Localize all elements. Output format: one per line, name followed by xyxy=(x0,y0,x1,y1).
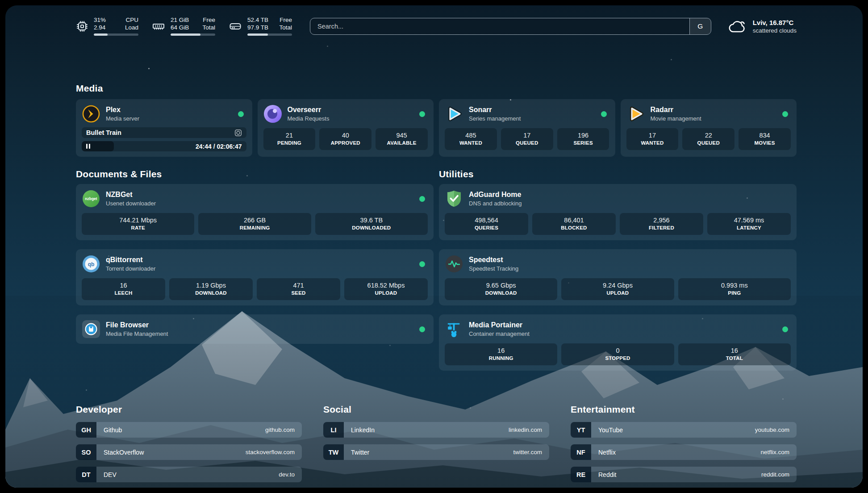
stat-download: 1.19 GbpsDOWNLOAD xyxy=(169,278,253,300)
stat-total: 16TOTAL xyxy=(678,343,791,365)
qbittorrent-titles: qBittorrent Torrent downloader xyxy=(106,255,155,272)
service-name: AdGuard Home xyxy=(469,190,522,199)
bookmark-reddit[interactable]: RE Redditreddit.com xyxy=(571,467,797,482)
card-filebrowser[interactable]: File Browser Media File Management xyxy=(76,314,434,344)
sonarr-stats: 485WANTED 17QUEUED 196SERIES xyxy=(445,128,609,150)
speedtest-icon xyxy=(445,255,463,273)
now-playing-title: Bullet Train xyxy=(86,129,121,136)
google-search-button[interactable]: G xyxy=(689,18,711,34)
bookmark-url: github.com xyxy=(265,426,295,433)
overseerr-stats: 21PENDING 40APPROVED 945AVAILABLE xyxy=(263,128,428,150)
pause-button[interactable] xyxy=(86,144,90,149)
service-desc: Container management xyxy=(469,330,530,338)
memory-free-label: Free xyxy=(203,17,215,24)
disk-total-label: Total xyxy=(279,24,292,32)
card-radarr[interactable]: Radarr Movie management 17WANTED 22QUEUE… xyxy=(621,99,797,157)
dashboard-window: 31%CPU 2.94Load 21 GiBFree xyxy=(0,0,868,493)
bookmark-abbr: GH xyxy=(76,422,96,438)
filebrowser-header: File Browser Media File Management xyxy=(82,320,428,338)
stat-downloaded: 39.6 TBDOWNLOADED xyxy=(315,213,428,235)
search-box: G xyxy=(310,18,711,35)
card-plex[interactable]: Plex Media server Bullet Train xyxy=(76,99,252,157)
bookmark-twitter[interactable]: TW Twittertwitter.com xyxy=(323,444,549,460)
overseerr-titles: Overseerr Media Requests xyxy=(288,105,330,122)
memory-total-label: Total xyxy=(202,24,215,32)
disk-stat-text: 52.4 TBFree 97.9 TBTotal xyxy=(247,17,292,36)
bookmark-abbr: NF xyxy=(571,444,591,460)
status-dot-online xyxy=(419,111,425,117)
disk-free-value: 52.4 TB xyxy=(247,17,268,24)
service-name: NZBGet xyxy=(106,190,156,199)
stat-pending: 21PENDING xyxy=(263,128,316,150)
card-nzbget[interactable]: nzbget NZBGet Usenet downloader 744.21 M… xyxy=(76,184,434,240)
bookmarks-social-title: Social xyxy=(323,403,549,416)
cpu-icon xyxy=(76,20,88,33)
search-input[interactable] xyxy=(310,18,689,34)
service-name: Sonarr xyxy=(469,105,521,114)
bookmarks-entertainment: Entertainment YT YouTubeyoutube.com NF N… xyxy=(571,403,797,488)
stat-blocked: 86,401BLOCKED xyxy=(532,213,616,235)
system-stats: 31%CPU 2.94Load 21 GiBFree xyxy=(76,17,292,36)
service-desc: DNS and adblocking xyxy=(469,200,522,207)
bookmarks-social: Social LI LinkedInlinkedin.com TW Twitte… xyxy=(323,403,549,488)
dashboard-content: 31%CPU 2.94Load 21 GiBFree xyxy=(5,5,863,488)
memory-icon xyxy=(152,20,165,33)
section-utilities: Utilities Ad xyxy=(439,168,797,371)
stat-queries: 498,564QUERIES xyxy=(445,213,528,235)
card-speedtest[interactable]: Speedtest Speedtest Tracking 9.65 GbpsDO… xyxy=(439,249,797,305)
stat-running: 16RUNNING xyxy=(445,343,557,365)
stat-movies: 834MOVIES xyxy=(739,128,791,150)
sonarr-icon xyxy=(445,104,463,123)
stat-seed: 471SEED xyxy=(257,278,340,300)
bookmark-linkedin[interactable]: LI LinkedInlinkedin.com xyxy=(323,422,549,438)
service-name: Media Portainer xyxy=(469,321,530,330)
section-utilities-title: Utilities xyxy=(439,168,797,180)
bookmark-youtube[interactable]: YT YouTubeyoutube.com xyxy=(571,422,797,438)
stat-latency: 47.569 msLATENCY xyxy=(707,213,791,235)
memory-stat-text: 21 GiBFree 64 GiBTotal xyxy=(171,17,215,36)
speedtest-header: Speedtest Speedtest Tracking xyxy=(445,255,791,273)
disk-free-label: Free xyxy=(280,17,292,24)
service-name: Speedtest xyxy=(469,255,518,264)
card-qbittorrent[interactable]: qb qBittorrent Torrent downloader 16LEEC… xyxy=(76,249,434,305)
radarr-icon xyxy=(626,104,645,123)
stat-leech: 16LEECH xyxy=(82,278,165,300)
mid-section: Documents & Files nzbget xyxy=(76,168,797,371)
cpu-stat-text: 31%CPU 2.94Load xyxy=(94,17,138,36)
top-bar: 31%CPU 2.94Load 21 GiBFree xyxy=(76,17,797,36)
plex-titles: Plex Media server xyxy=(106,105,139,122)
bookmark-dev[interactable]: DT DEVdev.to xyxy=(76,467,302,482)
card-sonarr[interactable]: Sonarr Series management 485WANTED 17QUE… xyxy=(439,99,615,157)
radarr-titles: Radarr Movie management xyxy=(651,105,701,122)
service-desc: Usenet downloader xyxy=(106,200,156,207)
service-desc: Series management xyxy=(469,115,521,122)
status-dot-online xyxy=(238,111,244,117)
bookmark-url: reddit.com xyxy=(761,471,789,478)
card-overseerr[interactable]: Overseerr Media Requests 21PENDING 40APP… xyxy=(258,99,434,157)
plex-header: Plex Media server xyxy=(82,104,246,123)
bookmark-name: StackOverflow xyxy=(104,449,144,456)
card-portainer[interactable]: Media Portainer Container management 16R… xyxy=(439,314,797,371)
bookmark-name: Github xyxy=(104,426,122,434)
stat-stopped: 0STOPPED xyxy=(561,343,674,365)
service-name: Plex xyxy=(106,105,139,114)
cpu-stat: 31%CPU 2.94Load xyxy=(76,17,138,36)
stat-wanted: 485WANTED xyxy=(445,128,497,150)
status-dot-online xyxy=(601,111,607,117)
service-desc: Media File Management xyxy=(106,330,168,338)
stat-filtered: 2,956FILTERED xyxy=(620,213,703,235)
nzbget-icon: nzbget xyxy=(82,189,100,208)
cpu-usage-bar xyxy=(94,33,138,36)
service-name: Overseerr xyxy=(288,105,330,114)
sonarr-titles: Sonarr Series management xyxy=(469,105,521,122)
sonarr-header: Sonarr Series management xyxy=(445,104,609,123)
card-adguard[interactable]: AdGuard Home DNS and adblocking 498,564Q… xyxy=(439,184,797,240)
portainer-stats: 16RUNNING 0STOPPED 16TOTAL xyxy=(445,343,791,365)
bookmark-stackoverflow[interactable]: SO StackOverflowstackoverflow.com xyxy=(76,444,302,460)
bookmark-github[interactable]: GH Githubgithub.com xyxy=(76,422,302,438)
overseerr-icon xyxy=(263,104,282,123)
service-desc: Movie management xyxy=(651,115,701,122)
bookmark-netflix[interactable]: NF Netflixnetflix.com xyxy=(571,444,797,460)
stat-approved: 40APPROVED xyxy=(319,128,371,150)
stat-ping: 0.993 msPING xyxy=(678,278,791,300)
